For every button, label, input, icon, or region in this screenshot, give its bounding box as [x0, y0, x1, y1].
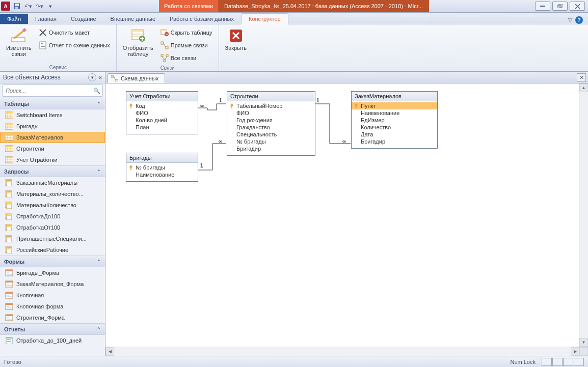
window-minimize-button[interactable]: [535, 2, 550, 11]
nav-item[interactable]: ЗаказМатериалов_Форма: [0, 278, 105, 290]
field[interactable]: Год рождения: [227, 117, 315, 124]
field[interactable]: Код: [126, 102, 198, 109]
field[interactable]: ФИО: [227, 109, 315, 117]
nav-item[interactable]: ЗаказМатериалов: [0, 132, 105, 143]
scroll-right-icon[interactable]: ▶: [571, 347, 579, 356]
table-icon: [5, 134, 13, 141]
field[interactable]: ФИО: [126, 109, 198, 117]
nav-group-header[interactable]: Формы⌃: [0, 256, 105, 267]
field[interactable]: Наименование: [126, 171, 198, 178]
nav-item[interactable]: Материалы_количество...: [0, 188, 105, 200]
all-relationships-button[interactable]: Все связи: [158, 52, 215, 64]
nav-item[interactable]: Бригады_Форма: [0, 267, 105, 278]
nav-item[interactable]: Бригады: [0, 121, 105, 132]
collapse-nav-icon[interactable]: «: [98, 74, 102, 81]
field[interactable]: Бригадир: [352, 138, 437, 145]
field[interactable]: ТабельныйНомер: [227, 102, 315, 109]
field[interactable]: Пункт: [352, 102, 437, 109]
doc-close-button[interactable]: ✕: [577, 73, 586, 82]
vertical-scrollbar[interactable]: ▲▼: [579, 83, 588, 347]
direct-relationships-button[interactable]: Прямые связи: [158, 39, 215, 51]
field[interactable]: № бригады: [126, 164, 198, 171]
nav-item[interactable]: Кнопочная форма: [0, 301, 105, 312]
relationships-canvas[interactable]: Учет ОтработкиКодФИОКол-во днейПланСтрои…: [105, 83, 579, 347]
table-t1[interactable]: Учет ОтработкиКодФИОКол-во днейПлан: [126, 91, 198, 134]
nav-item[interactable]: Отработка_до_100_дней: [0, 335, 105, 346]
window-restore-button[interactable]: [552, 2, 568, 11]
table-icon: [5, 111, 13, 119]
relationship-report-button[interactable]: Отчет по схеме данных: [37, 39, 112, 51]
edit-relationships-button[interactable]: Изменить связи: [4, 26, 34, 58]
clear-layout-button[interactable]: Очистить макет: [37, 26, 112, 39]
nav-item[interactable]: Кнопочная: [0, 290, 105, 301]
nav-item[interactable]: РоссийскиеРабочие: [0, 244, 105, 256]
ribbon-tab[interactable]: Создание: [64, 14, 103, 24]
ribbon-tab[interactable]: Конструктор: [241, 13, 288, 24]
nav-item[interactable]: Учет Отработки: [0, 154, 105, 165]
window-close-button[interactable]: [570, 2, 585, 11]
show-table-button[interactable]: Отобразить таблицу: [121, 26, 155, 58]
svg-rect-99: [7, 307, 12, 308]
nav-item[interactable]: МатериалыКоличество: [0, 200, 105, 211]
nav-item[interactable]: Строители_Форма: [0, 312, 105, 323]
nav-item[interactable]: ЗаказанныеМатериалы: [0, 177, 105, 188]
nav-group-header[interactable]: Запросы⌃: [0, 165, 105, 177]
nav-item[interactable]: ОтработкаДо100: [0, 211, 105, 222]
table-icon: [5, 156, 13, 163]
qat-redo-icon[interactable]: ↷▾: [34, 1, 45, 11]
table-t4[interactable]: Бригады№ бригадыНаименование: [126, 153, 198, 182]
ribbon-tab[interactable]: Работа с базами данных: [163, 14, 241, 24]
table-t3[interactable]: ЗаказМатериаловПунктНаименованиеЕдИзмерК…: [351, 91, 438, 149]
svg-rect-108: [111, 75, 114, 77]
svg-rect-11: [41, 46, 45, 47]
relation-cardinality: ∞: [219, 138, 222, 144]
nav-group-header[interactable]: Таблицы⌃: [0, 98, 105, 109]
ribbon-collapse-icon[interactable]: ▽: [568, 17, 572, 23]
field[interactable]: Наименование: [352, 109, 437, 117]
nav-group-header[interactable]: Отчеты⌃: [0, 323, 105, 335]
svg-rect-101: [6, 315, 13, 316]
view-buttons[interactable]: [542, 358, 584, 366]
dropdown-icon[interactable]: ▼: [88, 73, 96, 81]
query-icon: [5, 213, 13, 220]
nav-search[interactable]: 🔍: [2, 84, 103, 97]
field[interactable]: Количество: [352, 124, 437, 131]
nav-item[interactable]: Строители: [0, 143, 105, 154]
scroll-down-icon[interactable]: ▼: [579, 338, 588, 347]
hide-table-button[interactable]: Скрыть таблицу: [158, 26, 215, 39]
field[interactable]: Кол-во дней: [126, 117, 198, 124]
svg-rect-51: [5, 157, 13, 158]
table-title[interactable]: ЗаказМатериалов: [352, 92, 437, 101]
ribbon-tab-file[interactable]: Файл: [0, 14, 28, 24]
ribbon-tab[interactable]: Главная: [28, 14, 64, 24]
nav-item[interactable]: Switchboard Items: [0, 109, 105, 121]
table-title[interactable]: Учет Отработки: [126, 92, 198, 101]
svg-rect-86: [7, 272, 9, 273]
qat-save-icon[interactable]: [11, 1, 22, 11]
horizontal-scrollbar[interactable]: ◀▶: [105, 347, 588, 356]
table-t2[interactable]: СтроителиТабельныйНомерФИОГод рожденияГр…: [227, 91, 315, 156]
scroll-left-icon[interactable]: ◀: [105, 347, 114, 356]
qat-customize-icon[interactable]: ▾: [45, 1, 56, 11]
search-input[interactable]: [5, 87, 93, 94]
nav-pane-header[interactable]: Все объекты Access ▼«: [0, 72, 105, 83]
help-icon[interactable]: ?: [575, 16, 583, 24]
search-icon[interactable]: 🔍: [93, 88, 100, 94]
field[interactable]: Гражданство: [227, 124, 315, 131]
doc-tab-schema[interactable]: Схема данных: [108, 73, 165, 83]
table-title[interactable]: Бригады: [126, 153, 198, 163]
field[interactable]: Дата: [352, 131, 437, 138]
field[interactable]: Бригадир: [227, 145, 315, 152]
field[interactable]: № бригады: [227, 138, 315, 145]
scroll-up-icon[interactable]: ▲: [579, 83, 588, 92]
table-title[interactable]: Строители: [227, 92, 315, 101]
nav-item[interactable]: ОтработкаОт100: [0, 222, 105, 233]
field[interactable]: Специальность: [227, 131, 315, 138]
qat-undo-icon[interactable]: ↶▾: [22, 1, 34, 11]
nav-item[interactable]: ПриглашенныеСпециали...: [0, 233, 105, 244]
ribbon-tab[interactable]: Внешние данные: [103, 14, 163, 24]
close-button[interactable]: Закрыть: [223, 26, 249, 52]
field[interactable]: План: [126, 124, 198, 131]
field[interactable]: ЕдИзмер: [352, 117, 437, 124]
relation-cardinality: 1: [316, 98, 319, 103]
